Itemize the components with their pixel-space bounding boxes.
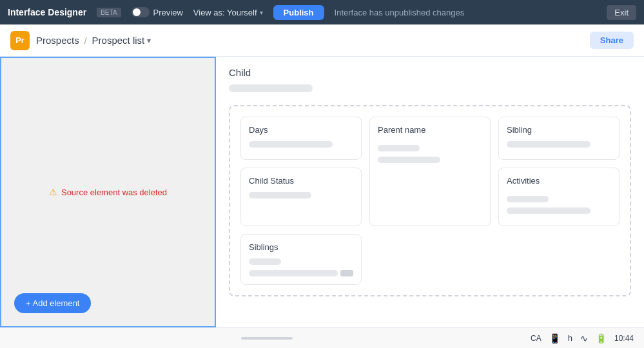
toggle-knob	[133, 8, 141, 16]
letter-h-icon: h	[568, 333, 572, 343]
add-element-button[interactable]: + Add element	[14, 293, 91, 313]
publish-button[interactable]: Publish	[273, 5, 324, 20]
placeholder	[249, 192, 311, 198]
dashed-container: Days Parent name Sibling	[229, 105, 631, 296]
breadcrumb-app-name[interactable]: Prospects	[36, 35, 79, 46]
preview-toggle[interactable]: Preview	[132, 7, 183, 17]
chevron-down-icon: ▾	[260, 9, 263, 16]
placeholder	[507, 208, 590, 214]
breadcrumb-list-name: Prospect list	[92, 35, 145, 46]
child-header: Child	[216, 57, 644, 84]
scrollbar-area	[10, 337, 523, 340]
placeholder	[378, 157, 440, 163]
days-card-title: Days	[249, 125, 353, 135]
warning-icon: ⚠	[49, 187, 57, 197]
placeholder	[507, 141, 590, 148]
unpublished-status: Interface has unpublished changes	[335, 8, 597, 17]
app-title: Interface Designer	[8, 7, 86, 17]
child-status-card: Child Status	[240, 168, 362, 226]
breadcrumb-list[interactable]: Prospect list ▾	[92, 35, 151, 46]
clock: 10:44	[614, 334, 634, 343]
topbar: Interface Designer BETA Preview View as:…	[0, 0, 644, 24]
placeholder	[249, 258, 281, 265]
sibling-card-title: Sibling	[507, 125, 611, 135]
right-panel: Child Days Parent name	[216, 57, 644, 327]
days-card: Days	[240, 117, 362, 160]
placeholder	[378, 145, 420, 151]
error-message: ⚠ Source element was deleted	[49, 187, 167, 197]
view-as-label: View as: Yourself	[193, 8, 257, 17]
activities-card: Activities	[498, 168, 620, 226]
child-placeholder-bar	[229, 84, 313, 92]
chevron-down-icon: ▾	[147, 36, 151, 45]
wifi-icon: ∿	[580, 333, 588, 343]
activities-card-title: Activities	[507, 176, 611, 186]
breadcrumb-separator: /	[84, 35, 87, 46]
toggle-switch[interactable]	[132, 7, 150, 17]
beta-badge: BETA	[97, 8, 121, 17]
device-icon: 📱	[549, 333, 560, 343]
error-text: Source element was deleted	[61, 188, 167, 197]
share-button[interactable]: Share	[590, 32, 634, 49]
scroll-indicator	[241, 337, 293, 340]
cards-area: Days Parent name Sibling	[216, 105, 644, 309]
breadcrumb-bar: Pr Prospects / Prospect list ▾ Share	[0, 24, 644, 57]
sibling-card: Sibling	[498, 117, 620, 160]
view-as-selector[interactable]: View as: Yourself ▾	[193, 8, 263, 17]
placeholder	[507, 196, 549, 202]
parent-name-card-title: Parent name	[378, 125, 482, 135]
left-panel: ⚠ Source element was deleted + Add eleme…	[0, 57, 216, 327]
siblings-card: Siblings	[240, 234, 362, 285]
battery-icon: 🔋	[596, 333, 607, 343]
preview-label: Preview	[153, 8, 183, 17]
placeholder	[249, 141, 333, 148]
app-icon: Pr	[10, 31, 30, 50]
child-status-card-title: Child Status	[249, 176, 353, 186]
exit-button[interactable]: Exit	[607, 5, 636, 20]
siblings-card-title: Siblings	[249, 242, 353, 252]
placeholder	[249, 270, 338, 276]
main-area: ⚠ Source element was deleted + Add eleme…	[0, 57, 644, 327]
parent-name-card: Parent name	[369, 117, 491, 226]
locale-indicator: CA	[531, 334, 542, 343]
status-bar: CA 📱 h ∿ 🔋 10:44	[0, 327, 644, 348]
